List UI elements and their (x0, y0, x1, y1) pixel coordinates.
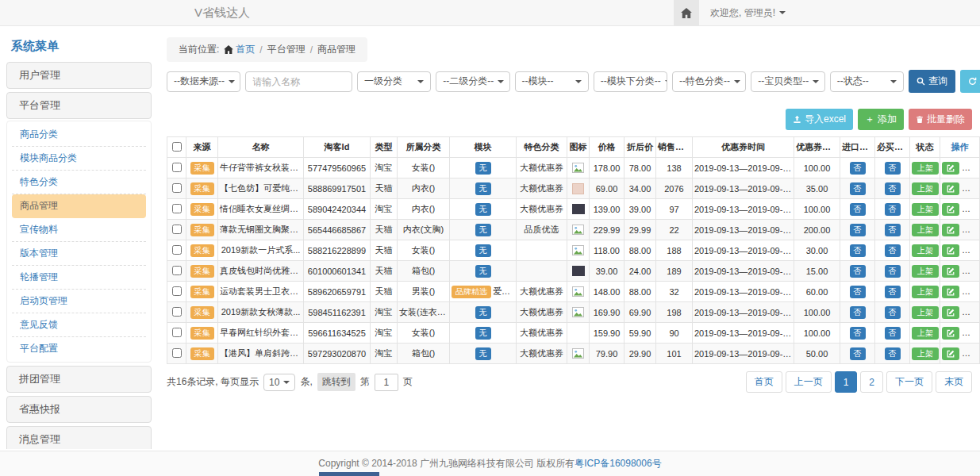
filter-select[interactable]: --数据来源-- (167, 71, 240, 92)
sidebar-group[interactable]: 省惠快报 (6, 396, 152, 423)
sidebar-item[interactable]: 启动页管理 (12, 290, 146, 313)
row-checkbox[interactable] (172, 348, 182, 358)
module-badge[interactable]: 无 (475, 265, 491, 278)
sidebar-item-active[interactable]: 商品管理 (12, 194, 146, 218)
import-excel-button[interactable]: 导入excel (786, 109, 853, 130)
edit-button[interactable] (942, 327, 959, 340)
must-buy-toggle[interactable]: 否 (885, 162, 901, 175)
row-checkbox[interactable] (172, 307, 182, 317)
status-button[interactable]: 上架 (912, 203, 939, 216)
edit-button[interactable] (942, 203, 959, 216)
status-button[interactable]: 上架 (912, 244, 939, 257)
filter-select[interactable]: --状态-- (830, 71, 904, 92)
must-buy-toggle[interactable]: 否 (885, 265, 901, 278)
row-checkbox[interactable] (172, 204, 182, 213)
batch-delete-button[interactable]: 批量删除 (909, 109, 972, 130)
sidebar-item[interactable]: 轮播管理 (12, 266, 146, 290)
filter-select[interactable]: 一级分类 (357, 71, 431, 92)
must-buy-toggle[interactable]: 否 (885, 203, 901, 216)
filter-select[interactable]: --模块-- (515, 71, 589, 92)
must-buy-toggle[interactable]: 否 (885, 182, 901, 195)
status-button[interactable]: 上架 (912, 162, 939, 175)
import-select-toggle[interactable]: 否 (850, 306, 866, 319)
scrollbar-thumb[interactable] (319, 472, 379, 476)
page-button[interactable]: 上一页 (786, 371, 832, 393)
select-all-checkbox[interactable] (172, 142, 182, 152)
filter-select[interactable]: --二级分类-- (436, 71, 509, 92)
sidebar-item[interactable]: 宣传物料 (12, 218, 146, 242)
import-select-toggle[interactable]: 否 (850, 265, 866, 278)
breadcrumb-home-link[interactable]: 首页 (224, 43, 255, 56)
must-buy-toggle[interactable]: 否 (885, 286, 901, 298)
sidebar-group[interactable]: 消息管理 (6, 426, 152, 449)
sidebar-group[interactable]: 拼团管理 (6, 366, 152, 393)
edit-button[interactable] (942, 244, 959, 257)
per-page-select[interactable]: 10 (263, 374, 295, 391)
module-badge[interactable]: 无 (475, 306, 491, 319)
edit-button[interactable] (942, 286, 959, 298)
import-select-toggle[interactable]: 否 (850, 327, 866, 340)
home-button[interactable] (674, 0, 699, 25)
must-buy-toggle[interactable]: 否 (885, 306, 901, 319)
sidebar-item[interactable]: 模块商品分类 (12, 147, 146, 171)
page-button[interactable]: 2 (860, 371, 883, 393)
status-button[interactable]: 上架 (912, 306, 939, 319)
row-checkbox[interactable] (172, 286, 182, 296)
module-badge[interactable]: 无 (475, 162, 491, 175)
edit-button[interactable] (942, 306, 959, 319)
sidebar-group[interactable]: 平台管理 (6, 92, 152, 119)
import-select-toggle[interactable]: 否 (850, 224, 866, 236)
module-badge[interactable]: 无 (475, 327, 491, 340)
page-button[interactable]: 首页 (746, 371, 782, 393)
edit-button[interactable] (942, 182, 959, 195)
import-select-toggle[interactable]: 否 (850, 162, 866, 175)
add-button[interactable]: ＋ 添加 (858, 109, 904, 130)
edit-button[interactable] (942, 265, 959, 278)
row-checkbox[interactable] (172, 163, 182, 172)
icp-link[interactable]: 粤ICP备16098006号 (575, 457, 661, 470)
must-buy-toggle[interactable]: 否 (885, 347, 901, 360)
status-button[interactable]: 上架 (912, 224, 939, 236)
edit-button[interactable] (942, 162, 959, 175)
edit-button[interactable] (942, 347, 959, 360)
page-button[interactable]: 1 (835, 371, 858, 393)
sidebar-item[interactable]: 意见反馈 (12, 313, 146, 337)
sidebar-group[interactable]: 用户管理 (6, 62, 152, 89)
row-checkbox[interactable] (172, 266, 182, 275)
status-button[interactable]: 上架 (912, 327, 939, 340)
import-select-toggle[interactable]: 否 (850, 286, 866, 298)
page-button[interactable]: 末页 (936, 371, 972, 393)
module-badge[interactable]: 无 (475, 347, 491, 360)
import-select-toggle[interactable]: 否 (850, 182, 866, 195)
page-button[interactable]: 下一页 (886, 371, 932, 393)
row-checkbox[interactable] (172, 328, 182, 337)
row-checkbox[interactable] (172, 225, 182, 234)
filter-select[interactable]: --模块下分类-- (594, 71, 667, 92)
import-select-toggle[interactable]: 否 (850, 203, 866, 216)
sidebar-item[interactable]: 平台配置 (12, 337, 146, 360)
must-buy-toggle[interactable]: 否 (885, 327, 901, 340)
must-buy-toggle[interactable]: 否 (885, 224, 901, 236)
jump-button[interactable]: 跳转到 (317, 373, 355, 391)
filter-select[interactable]: --宝贝类型-- (751, 71, 824, 92)
sidebar-item[interactable]: 商品分类 (12, 123, 146, 147)
edit-button[interactable] (942, 224, 959, 236)
status-button[interactable]: 上架 (912, 265, 939, 278)
search-button[interactable]: 查询 (909, 70, 955, 93)
filter-select[interactable]: --特色分类-- (672, 71, 746, 92)
row-checkbox[interactable] (172, 183, 182, 193)
row-checkbox[interactable] (172, 245, 182, 255)
sidebar-item[interactable]: 特色分类 (12, 171, 146, 194)
module-badge[interactable]: 品牌精选 (452, 286, 491, 298)
must-buy-toggle[interactable]: 否 (885, 244, 901, 257)
module-badge[interactable]: 无 (475, 182, 491, 195)
search-name-input[interactable] (245, 71, 352, 92)
module-badge[interactable]: 无 (475, 224, 491, 236)
module-badge[interactable]: 无 (475, 244, 491, 257)
sidebar-item[interactable]: 版本管理 (12, 242, 146, 266)
module-badge[interactable]: 无 (475, 203, 491, 216)
reset-button[interactable]: 重置 (960, 70, 980, 93)
page-number-input[interactable] (375, 374, 398, 391)
status-button[interactable]: 上架 (912, 182, 939, 195)
status-button[interactable]: 上架 (912, 347, 939, 360)
